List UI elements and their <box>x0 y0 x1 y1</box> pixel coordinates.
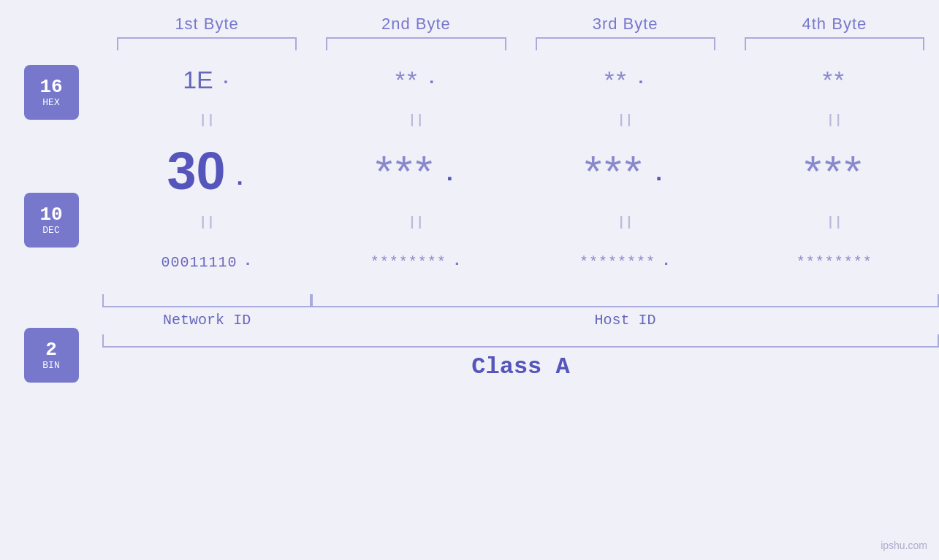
bin-dot-2: . <box>452 252 462 273</box>
bin-badge-label: BIN <box>42 360 59 371</box>
class-label: Class A <box>102 353 939 380</box>
bracket-2 <box>326 37 506 50</box>
bin-val-1: 00011110 <box>161 254 237 271</box>
bin-row: 00011110 . ******** . ******** . *******… <box>0 233 939 291</box>
dec-dot-2: . <box>443 161 457 196</box>
main-container: 1st Byte 2nd Byte 3rd Byte 4th Byte 16 H… <box>0 0 939 560</box>
hex-cell-3: ** . <box>521 66 730 94</box>
bin-cell-1: 00011110 . <box>102 252 311 273</box>
top-brackets <box>0 37 939 50</box>
host-bracket <box>311 294 939 307</box>
bin-dot-3: . <box>661 252 671 273</box>
bin-val-2: ******** <box>370 254 446 271</box>
hex-val-3: ** <box>604 66 628 94</box>
dec-cell-2: *** . <box>311 146 520 196</box>
bin-cell-2: ******** . <box>311 252 520 273</box>
dec-badge-number: 10 <box>39 204 62 226</box>
bin-val-3: ******** <box>579 254 655 271</box>
hex-cell-2: ** . <box>311 66 520 94</box>
class-bracket <box>102 334 939 348</box>
byte-header-4: 4th Byte <box>730 15 939 34</box>
eq-cell-1-3: || <box>521 112 730 127</box>
watermark: ipshu.com <box>881 540 927 551</box>
hex-badge-number: 16 <box>39 77 62 98</box>
bin-cell-3: ******** . <box>521 252 730 273</box>
eq-cell-2-1: || <box>102 215 311 229</box>
hex-badge-label: HEX <box>42 97 59 108</box>
eq-cell-1-2: || <box>311 112 520 127</box>
dec-dot-3: . <box>652 161 666 196</box>
eq-cell-2-4: || <box>730 215 939 229</box>
hex-val-2: ** <box>395 66 419 94</box>
eq-cell-1-4: || <box>730 112 939 127</box>
eq-sign-2-4: || <box>826 215 843 229</box>
dec-cell-3: *** . <box>521 146 730 196</box>
bracket-1 <box>117 37 297 50</box>
eq-sign-1-2: || <box>408 112 425 127</box>
dec-val-3: *** <box>585 146 645 196</box>
hex-val-1: 1E <box>183 66 213 94</box>
dec-val-4: *** <box>805 146 864 196</box>
byte-header-3: 3rd Byte <box>521 15 730 34</box>
byte-headers: 1st Byte 2nd Byte 3rd Byte 4th Byte <box>0 15 939 34</box>
byte-header-2: 2nd Byte <box>311 15 520 34</box>
bin-cell-4: ******** <box>730 254 939 271</box>
dec-val-2: *** <box>376 146 436 196</box>
eq-cell-2-3: || <box>521 215 730 229</box>
eq-sign-1-1: || <box>199 112 215 127</box>
dec-row: 30 . *** . *** . *** <box>0 131 939 211</box>
hex-dot-1: . <box>221 69 231 94</box>
bin-dot-1: . <box>243 252 253 273</box>
network-id-label: Network ID <box>102 312 311 329</box>
eq-row-1: || || || || <box>0 109 939 131</box>
hex-row: 1E . ** . ** . ** <box>0 50 939 109</box>
class-section: Class A <box>0 334 939 380</box>
dec-badge-label: DEC <box>42 225 59 236</box>
dec-badge: 10 DEC <box>24 193 79 248</box>
network-bracket <box>102 294 311 307</box>
hex-val-4: ** <box>823 66 846 94</box>
dec-val-1: 30 <box>167 141 225 201</box>
dec-cell-4: *** <box>730 146 939 196</box>
dec-dot-1: . <box>233 165 247 201</box>
network-host-brackets: Network ID Host ID <box>0 294 939 329</box>
eq-sign-2-1: || <box>199 215 215 229</box>
host-id-label: Host ID <box>311 312 939 329</box>
hex-cell-1: 1E . <box>102 66 311 94</box>
eq-row-2: || || || || <box>0 211 939 233</box>
eq-sign-1-3: || <box>617 112 634 127</box>
hex-badge: 16 HEX <box>24 65 79 120</box>
bin-badge: 2 BIN <box>24 328 79 383</box>
eq-cell-2-2: || <box>311 215 520 229</box>
hex-dot-3: . <box>636 69 646 94</box>
hex-dot-2: . <box>426 69 436 94</box>
bracket-4 <box>745 37 924 50</box>
eq-cell-1-1: || <box>102 112 311 127</box>
hex-cell-4: ** <box>730 66 939 94</box>
eq-sign-1-4: || <box>826 112 843 127</box>
byte-header-1: 1st Byte <box>102 15 311 34</box>
eq-sign-2-2: || <box>408 215 425 229</box>
dec-cell-1: 30 . <box>102 141 311 201</box>
bracket-3 <box>536 37 715 50</box>
bin-badge-number: 2 <box>45 340 57 361</box>
eq-sign-2-3: || <box>617 215 634 229</box>
bin-val-4: ******** <box>797 254 873 271</box>
